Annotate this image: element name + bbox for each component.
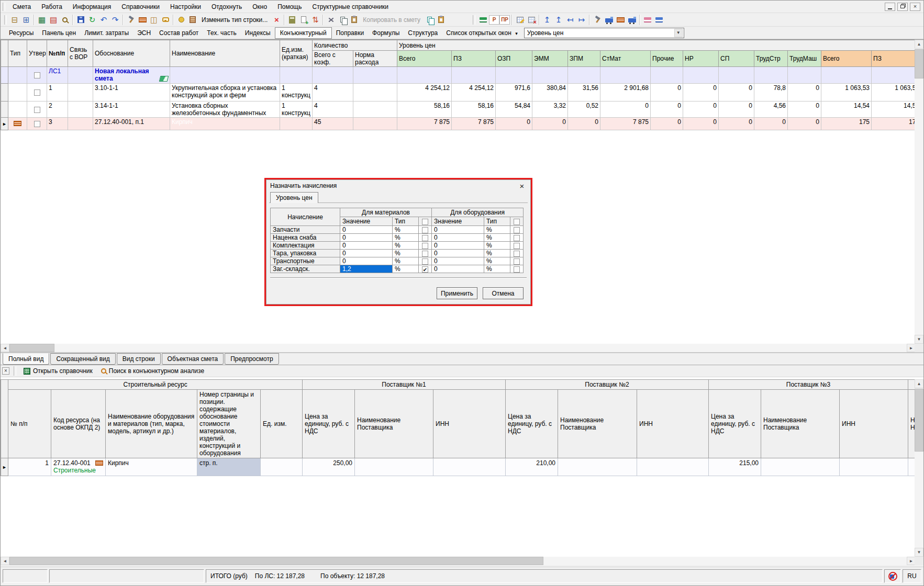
value-cell[interactable]: 0 — [340, 250, 393, 257]
value-cell-selected[interactable]: 1,2 — [340, 265, 393, 273]
approve-checkbox[interactable] — [34, 121, 40, 127]
undo-cell-icon[interactable]: ↷ — [109, 14, 121, 25]
delete-row-icon[interactable]: × — [271, 14, 282, 25]
estimate-row[interactable]: 1 3.10-1-1 Укрупнительная сборка и устан… — [1, 84, 915, 102]
toolbar-grip[interactable] — [3, 3, 5, 11]
supplier-grid-hscrollbar[interactable]: ◄ ► — [1, 557, 916, 565]
approve-checkbox[interactable] — [34, 107, 40, 113]
export-excel-icon[interactable]: ▦ — [36, 14, 48, 25]
truck-load-icon[interactable] — [626, 14, 638, 25]
tab-formuly[interactable]: Формулы — [368, 28, 404, 38]
menu-smeta[interactable]: Смета — [7, 2, 36, 12]
tab-sokraschenny-vid[interactable]: Сокращенный вид — [50, 353, 115, 365]
row-move-top-icon[interactable]: ↥ — [553, 14, 564, 25]
value-cell[interactable]: 0 — [432, 234, 484, 242]
open-reference-button[interactable]: Открыть справочник — [20, 366, 96, 376]
building-icon[interactable] — [187, 14, 198, 25]
dialog-title-bar[interactable]: Назначить начисления × — [266, 179, 531, 192]
tree-structure-icon[interactable]: ⊟ — [9, 14, 20, 25]
row-move-up-icon[interactable]: ↥ — [541, 14, 553, 25]
undo-icon[interactable]: ↶ — [98, 14, 109, 25]
search-icon[interactable] — [59, 14, 71, 25]
equipment-checkbox[interactable] — [514, 243, 520, 249]
tab-polny-vid[interactable]: Полный вид — [3, 353, 49, 365]
approve-checkbox[interactable] — [34, 72, 40, 78]
restore-button[interactable] — [897, 3, 908, 11]
combo-dropdown-icon[interactable]: ▼ — [674, 29, 683, 37]
hscroll-thumb[interactable] — [9, 344, 54, 352]
tab-predprosmotr[interactable]: Предпросмотр — [225, 353, 279, 365]
tab-indeksy[interactable]: Индексы — [241, 28, 275, 38]
menu-okno[interactable]: Окно — [247, 2, 272, 12]
material-checkbox[interactable] — [422, 227, 428, 233]
type-cell[interactable]: % — [484, 265, 510, 273]
supplier-row[interactable]: ► 1 27.12.40-001 Строительные Кирпич стр… — [1, 458, 915, 476]
table-delete-icon[interactable] — [526, 14, 537, 25]
status-language[interactable]: RU — [903, 569, 921, 583]
copy-icon[interactable] — [337, 14, 348, 25]
price-book-gear-icon[interactable] — [477, 14, 489, 25]
tab-tekh-chast[interactable]: Тех. часть — [203, 28, 240, 38]
cell-npp[interactable]: ЛС1 — [47, 67, 68, 84]
paste-icon[interactable] — [348, 14, 360, 25]
add-document-icon[interactable] — [298, 14, 309, 25]
tab-open-windows[interactable]: Список открытых окон ▾ — [442, 28, 521, 38]
bricks-icon[interactable] — [615, 14, 626, 25]
tab-panel-tsen[interactable]: Панель цен — [38, 28, 80, 38]
indent-icon[interactable]: ↦ — [576, 14, 587, 25]
search-analysis-button[interactable]: Поиск в конъюнктурном анализе — [98, 366, 207, 376]
hscroll-track[interactable] — [9, 557, 907, 565]
type-cell[interactable]: % — [393, 234, 419, 242]
cell-price-3[interactable]: 215,00 — [709, 458, 761, 476]
type-cell[interactable]: % — [393, 265, 419, 273]
menu-spravochniki[interactable]: Справочники — [116, 2, 165, 12]
scroll-down-button[interactable]: ▼ — [915, 335, 923, 344]
value-cell[interactable]: 0 — [340, 257, 393, 265]
tab-obektnaya-smeta[interactable]: Объектная смета — [162, 353, 224, 365]
approve-checkbox[interactable] — [34, 89, 40, 96]
cell-price-1[interactable]: 250,00 — [303, 458, 355, 476]
toolbar-grip[interactable] — [14, 366, 16, 376]
type-cell[interactable]: % — [393, 226, 419, 234]
calculator-icon[interactable] — [286, 14, 298, 25]
hscroll-thumb[interactable] — [9, 557, 543, 565]
paste-sheet-icon[interactable] — [435, 14, 447, 25]
type-cell[interactable]: % — [393, 242, 419, 250]
save-icon[interactable] — [75, 14, 86, 25]
book-pink-icon[interactable] — [642, 14, 653, 25]
value-cell[interactable]: 0 — [340, 226, 393, 234]
type-cell[interactable]: % — [484, 250, 510, 257]
tab-popravki[interactable]: Поправки — [332, 28, 368, 38]
type-cell[interactable]: % — [484, 242, 510, 250]
comment-gear-icon[interactable] — [160, 14, 171, 25]
toolbar-grip[interactable] — [4, 15, 7, 25]
cell-unit[interactable] — [261, 458, 303, 476]
type-cell[interactable]: % — [393, 257, 419, 265]
cell-price-2[interactable]: 210,00 — [506, 458, 558, 476]
type-cell[interactable]: % — [484, 226, 510, 234]
cell-resource-name[interactable]: Кирпич — [106, 458, 197, 476]
menu-pomosch[interactable]: Помощь — [272, 2, 307, 12]
export-pdf-icon[interactable]: ▤ — [48, 14, 59, 25]
value-cell[interactable]: 0 — [432, 242, 484, 250]
tab-limit-zatraty[interactable]: Лимит. затраты — [80, 28, 133, 38]
value-cell[interactable]: 0 — [432, 250, 484, 257]
toolbar-grip[interactable] — [473, 15, 475, 25]
menu-otdokhnut[interactable]: Отдохнуть — [206, 2, 247, 12]
salary-icon[interactable] — [175, 14, 187, 25]
scroll-up-button[interactable]: ▲ — [915, 379, 923, 388]
dialog-tab-price-level[interactable]: Уровень цен — [270, 192, 318, 203]
tab-resursy[interactable]: Ресурсы — [5, 28, 38, 38]
supplier-grid-vscrollbar[interactable]: ▲ ▼ — [915, 379, 923, 557]
dialog-close-button[interactable]: × — [517, 181, 527, 190]
material-checkbox[interactable] — [422, 235, 428, 241]
equipment-checkbox[interactable] — [514, 258, 520, 265]
pr-marker-icon[interactable]: ПР — [499, 15, 510, 25]
close-panel-button[interactable]: × — [2, 367, 9, 375]
equipment-checkbox[interactable] — [514, 251, 520, 257]
cell-estimate-title[interactable]: Новая локальная смета — [93, 67, 170, 84]
tab-vid-stroki[interactable]: Вид строки — [117, 353, 161, 365]
estimate-header-row[interactable]: ЛС1 Новая локальная смета — [1, 67, 915, 84]
cell-resource-code[interactable]: 27.12.40-001 Строительные — [51, 458, 106, 476]
table-edit-icon[interactable] — [514, 14, 526, 25]
